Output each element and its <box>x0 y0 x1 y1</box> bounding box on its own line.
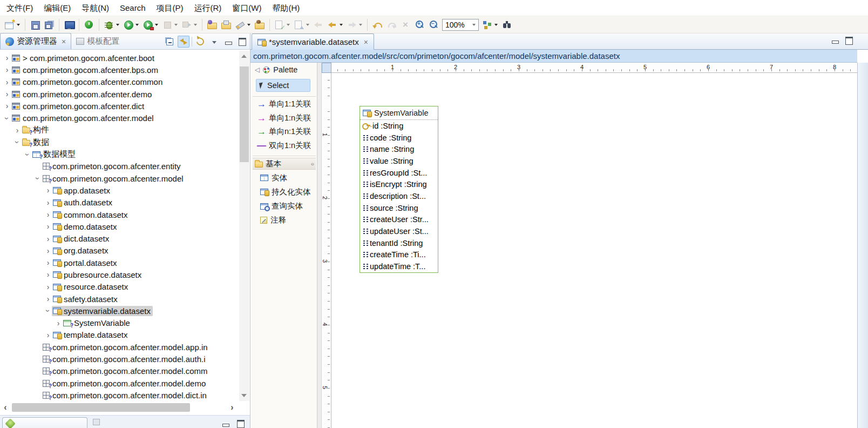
dropdown-arrow-icon[interactable] <box>17 24 20 28</box>
save-button[interactable] <box>29 18 42 32</box>
palette-item-1[interactable]: 实体 <box>260 171 316 185</box>
chevron-down-icon[interactable]: › <box>34 175 42 182</box>
tree-row-16[interactable]: ›dict.datasetx <box>0 232 238 244</box>
palette-tool-connection-3[interactable]: →单向n:1关联 <box>257 125 316 138</box>
entity-field-7[interactable]: description :St... <box>360 190 438 202</box>
back-history-button[interactable] <box>326 18 344 32</box>
import-button[interactable] <box>206 18 219 32</box>
entity-field-5[interactable]: resGroupId :St... <box>360 167 438 179</box>
entity-systemvariable[interactable]: SystemVariable id :Stringcode :Stringnam… <box>360 106 438 273</box>
forward-history-button[interactable] <box>345 18 364 32</box>
menu-item-3[interactable]: 导航(N) <box>76 0 114 16</box>
chevron-right-icon[interactable]: › <box>13 126 21 134</box>
console-button[interactable] <box>63 18 76 32</box>
entity-field-13[interactable]: updateTime :T... <box>360 260 438 272</box>
entity-field-10[interactable]: updateUser :St... <box>360 225 438 237</box>
save-all-button[interactable] <box>43 18 56 32</box>
tree-row-25[interactable]: ›com.primeton.gocom.afcenter.model.app.i… <box>0 341 238 353</box>
undo-button[interactable] <box>371 18 384 32</box>
server-start-button[interactable] <box>83 18 96 32</box>
entity-field-11[interactable]: tenantId :String <box>360 237 438 249</box>
scrollbar-track[interactable] <box>10 403 228 412</box>
dropdown-arrow-icon[interactable] <box>247 24 250 28</box>
link-with-editor-icon[interactable] <box>178 36 189 48</box>
diagram-canvas[interactable]: SystemVariable id :Stringcode :Stringnam… <box>331 73 857 428</box>
tree-row-29[interactable]: ›com.primeton.gocom.afcenter.model.dict.… <box>0 389 238 401</box>
skip-breakpoints-button[interactable] <box>180 18 199 32</box>
tree-row-5[interactable]: ›com.primeton.gocom.afcenter.dict <box>0 100 238 112</box>
chevron-right-icon[interactable]: › <box>44 271 52 278</box>
tree-row-12[interactable]: ›app.datasetx <box>0 184 238 196</box>
dropdown-arrow-icon[interactable] <box>194 24 197 28</box>
tree-row-13[interactable]: ›auth.datasetx <box>0 197 238 209</box>
update-button[interactable] <box>293 18 311 32</box>
tree-row-14[interactable]: ›common.datasetx <box>0 209 238 220</box>
scroll-right-icon[interactable]: › <box>228 403 236 412</box>
tree-vertical-scrollbar[interactable] <box>239 51 249 401</box>
tree-row-24[interactable]: ›template.datasetx <box>0 329 238 341</box>
tree-row-19[interactable]: ›pubresource.datasetx <box>0 269 238 280</box>
highlighter-button[interactable] <box>234 18 252 32</box>
tree-row-8[interactable]: ›数据 <box>0 136 238 148</box>
chevron-down-icon[interactable]: › <box>13 138 21 146</box>
scrollbar-thumb[interactable] <box>12 403 190 412</box>
chevron-right-icon[interactable]: › <box>44 186 52 194</box>
search-button[interactable] <box>500 18 513 32</box>
zoom-level-combo[interactable]: 100% <box>442 19 479 31</box>
tree-row-20[interactable]: ›resource.datasetx <box>0 281 238 293</box>
editor-tab[interactable]: *systemvariable.datasetx × <box>252 34 374 50</box>
chevron-right-icon[interactable]: › <box>44 223 52 230</box>
chevron-right-icon[interactable]: › <box>44 247 52 255</box>
scrollbar-thumb[interactable] <box>240 66 249 162</box>
collapse-all-icon[interactable] <box>164 36 175 48</box>
tree-row-17[interactable]: ›org.datasetx <box>0 245 238 257</box>
palette-tool-connection-1[interactable]: →单向1:1关联 <box>257 97 316 111</box>
pin-icon[interactable]: ‹› <box>311 160 314 167</box>
chevron-right-icon[interactable]: › <box>44 211 52 218</box>
tree-row-4[interactable]: ›com.primeton.gocom.afcenter.demo <box>0 88 238 100</box>
select-tool[interactable]: Select <box>256 79 310 92</box>
tree-row-3[interactable]: ›com.primeton.gocom.afcenter.common <box>0 76 238 88</box>
run-button[interactable] <box>122 18 140 32</box>
explorer-tab-1[interactable]: 资源管理器× <box>0 33 71 49</box>
dropdown-arrow-icon[interactable] <box>287 24 290 28</box>
chevron-right-icon[interactable]: › <box>3 102 11 110</box>
menu-item-2[interactable]: 编辑(E) <box>38 0 76 16</box>
dropdown-arrow-icon[interactable] <box>494 24 498 28</box>
view-menu-icon[interactable] <box>208 36 220 48</box>
chevron-right-icon[interactable]: › <box>55 319 62 327</box>
chevron-down-icon[interactable]: › <box>24 151 31 158</box>
entity-field-1[interactable]: id :String <box>360 120 438 132</box>
chevron-down-icon[interactable]: › <box>44 307 52 315</box>
bottom-view-tab[interactable] <box>2 417 87 428</box>
open-resource-button[interactable] <box>253 18 266 32</box>
maximize-icon[interactable] <box>843 35 855 46</box>
last-edit-location-button[interactable] <box>312 18 325 32</box>
chevron-right-icon[interactable]: › <box>44 259 52 266</box>
tree-row-15[interactable]: ›demo.datasetx <box>0 220 238 232</box>
tree-row-27[interactable]: ›com.primeton.gocom.afcenter.model.comm <box>0 365 238 377</box>
palette-header[interactable]: ◁ Palette <box>252 63 317 77</box>
tree-row-1[interactable]: ›> com.primeton.gocom.afcenter.boot <box>0 52 238 64</box>
palette-item-3[interactable]: 查询实体 <box>260 199 316 213</box>
palette-splitter[interactable] <box>317 63 322 428</box>
close-icon[interactable]: × <box>62 38 66 45</box>
explorer-tab-2[interactable]: 模板配置 <box>71 33 124 49</box>
dropdown-arrow-icon[interactable] <box>359 24 362 28</box>
scroll-up-icon[interactable] <box>241 55 247 58</box>
dropdown-arrow-icon[interactable] <box>155 24 158 28</box>
zoom-in-button[interactable]: + <box>413 18 426 32</box>
tree-row-22[interactable]: ›systemvariable.datasetx <box>0 305 238 317</box>
dropdown-arrow-icon[interactable] <box>135 24 139 28</box>
close-icon[interactable]: × <box>364 38 368 46</box>
tree-row-28[interactable]: ›com.primeton.gocom.afcenter.model.demo <box>0 377 238 389</box>
entity-field-4[interactable]: value :String <box>360 155 438 167</box>
entity-field-8[interactable]: source :String <box>360 202 438 214</box>
redo-button[interactable] <box>385 18 398 32</box>
minimize-icon[interactable] <box>829 35 841 46</box>
coverage-button[interactable] <box>141 18 160 32</box>
menu-item-7[interactable]: 窗口(W) <box>227 0 267 16</box>
tree-row-2[interactable]: ›com.primeton.gocom.afcenter.bps.om <box>0 64 238 76</box>
tree-row-10[interactable]: ›com.primeton.gocom.afcenter.entity <box>0 160 238 172</box>
menu-item-6[interactable]: 运行(R) <box>189 0 227 16</box>
